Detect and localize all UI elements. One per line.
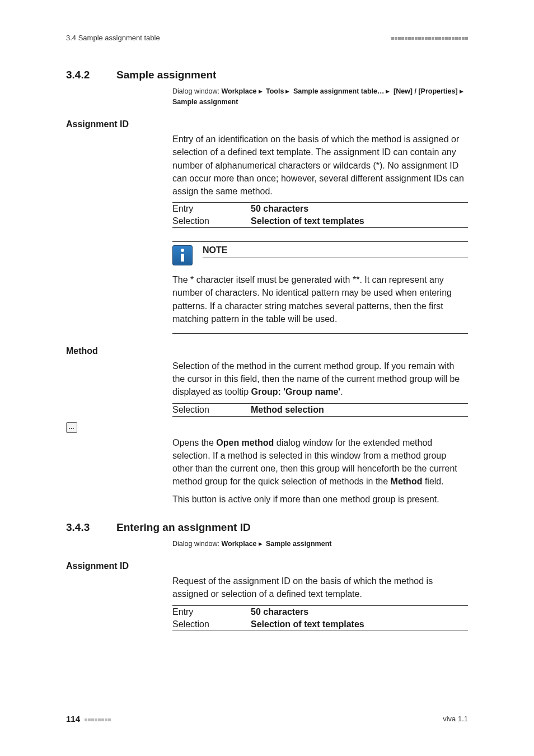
spec-key: Selection xyxy=(172,619,251,629)
assignment-id-desc: Entry of an identification on the basis … xyxy=(172,133,468,198)
spec-val: Method selection xyxy=(251,405,324,415)
text: field. xyxy=(422,477,443,486)
running-header: 3.4 Sample assignment table xyxy=(66,34,468,42)
triangle-icon: ▶ xyxy=(257,88,264,94)
spec-key: Selection xyxy=(172,405,251,415)
spec-val: Selection of text templates xyxy=(251,216,364,226)
footer-dashes xyxy=(82,715,111,724)
note-body: The * character itself must be generated… xyxy=(172,273,468,334)
assignment-id-spec: Entry 50 characters Selection Selection … xyxy=(172,202,468,228)
text-bold: Method xyxy=(391,477,423,486)
dialog-part: Sample assignment xyxy=(266,540,331,548)
heading-assignment-id-2: Assignment ID xyxy=(66,561,468,571)
section-3-4-2-heading: 3.4.2 Sample assignment xyxy=(66,69,468,82)
triangle-icon: ▶ xyxy=(284,88,291,94)
assignment-id-2-spec: Entry 50 characters Selection Selection … xyxy=(172,605,468,631)
spec-row: Entry 50 characters xyxy=(172,606,468,618)
spec-key: Entry xyxy=(172,607,251,617)
section-title: Sample assignment xyxy=(116,69,216,82)
method-spec: Selection Method selection xyxy=(172,403,468,417)
text: Opens the xyxy=(172,438,216,447)
spec-key: Entry xyxy=(172,204,251,214)
spec-row: Selection Method selection xyxy=(172,404,468,417)
ellipsis-button-icon[interactable]: … xyxy=(66,422,77,433)
triangle-icon: ▶ xyxy=(257,541,264,547)
ellipsis-para2: This button is active only if more than … xyxy=(172,493,468,506)
dialog-path-342: Dialog window: Workplace▶ Tools▶ Sample … xyxy=(172,86,468,108)
text-bold: Open method xyxy=(216,438,274,447)
page: 3.4 Sample assignment table 3.4.2 Sample… xyxy=(0,0,534,756)
method-para: Selection of the method in the current m… xyxy=(172,360,468,399)
spec-row: Entry 50 characters xyxy=(172,203,468,215)
assignment-id-para: Entry of an identification on the basis … xyxy=(172,133,468,198)
dialog-part: Tools xyxy=(266,87,284,95)
spec-val: Selection of text templates xyxy=(251,619,364,629)
dialog-part: Sample assignment xyxy=(172,98,238,106)
spec-row: Selection Selection of text templates xyxy=(172,618,468,631)
dialog-prefix: Dialog window: xyxy=(172,87,222,95)
spec-row: Selection Selection of text templates xyxy=(172,215,468,228)
triangle-icon: ▶ xyxy=(384,88,391,94)
dialog-part: [New] / [Properties] xyxy=(394,87,458,95)
spec-key: Selection xyxy=(172,216,251,226)
note-block: NOTE xyxy=(172,241,468,265)
page-footer: 114 viva 1.1 xyxy=(66,714,468,724)
section-3-4-3-heading: 3.4.3 Entering an assignment ID xyxy=(66,521,468,534)
dialog-prefix: Dialog window: xyxy=(172,540,222,548)
heading-method: Method xyxy=(66,346,468,356)
assignment-id-2-desc: Request of the assignment ID on the basi… xyxy=(172,575,468,600)
page-number: 114 xyxy=(66,714,80,724)
dialog-part: Sample assignment table… xyxy=(293,87,385,95)
footer-left: 114 xyxy=(66,714,111,724)
note-text: The * character itself must be generated… xyxy=(172,275,452,324)
dialog-path-343: Dialog window: Workplace▶ Sample assignm… xyxy=(172,539,468,549)
ellipsis-para1: Opens the Open method dialog window for … xyxy=(172,436,468,488)
note-title: NOTE xyxy=(203,242,468,258)
method-tooltip: Group: 'Group name' xyxy=(251,387,341,396)
ellipsis-desc: Opens the Open method dialog window for … xyxy=(172,436,468,506)
method-desc: Selection of the method in the current m… xyxy=(172,360,468,399)
method-text-post: . xyxy=(340,387,343,396)
assignment-id-2-para: Request of the assignment ID on the basi… xyxy=(172,575,468,600)
triangle-icon: ▶ xyxy=(458,88,465,94)
section-number: 3.4.3 xyxy=(66,521,116,534)
spec-val: 50 characters xyxy=(251,204,308,214)
section-title: Entering an assignment ID xyxy=(116,521,251,534)
info-icon xyxy=(172,245,193,265)
dialog-part: Workplace xyxy=(222,540,257,548)
runhead-left: 3.4 Sample assignment table xyxy=(66,34,160,42)
dialog-part: Workplace xyxy=(222,87,257,95)
heading-ellipsis-button: … xyxy=(66,422,468,433)
heading-assignment-id: Assignment ID xyxy=(66,119,468,129)
section-number: 3.4.2 xyxy=(66,69,116,82)
runhead-dashes xyxy=(391,34,468,42)
spec-val: 50 characters xyxy=(251,607,308,617)
footer-version: viva 1.1 xyxy=(443,715,468,723)
